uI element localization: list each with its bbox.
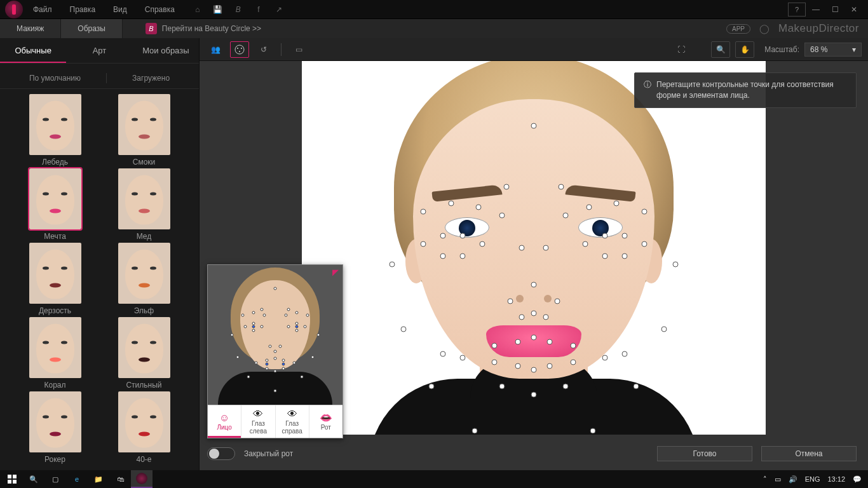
control-point[interactable]	[492, 359, 498, 365]
people-icon[interactable]: 👥	[206, 41, 225, 58]
control-point[interactable]	[515, 363, 521, 369]
facebook-icon[interactable]: f	[254, 5, 264, 14]
control-point[interactable]	[621, 351, 627, 356]
fullscreen-icon[interactable]: ⛶	[672, 41, 691, 58]
control-point[interactable]	[460, 355, 466, 361]
control-point[interactable]	[546, 339, 552, 344]
sidetab-art[interactable]: Арт	[66, 38, 132, 63]
minitab-left-eye[interactable]: 👁 Глаз слева	[241, 405, 275, 438]
minitab-face[interactable]: ☺ Лицо	[208, 405, 241, 438]
control-point[interactable]	[492, 343, 498, 349]
volume-icon[interactable]: 🔊	[789, 475, 797, 484]
control-point[interactable]	[460, 254, 466, 259]
subtab-default[interactable]: По умолчанию	[29, 74, 81, 83]
pan-icon[interactable]: ✋	[735, 41, 754, 58]
control-point[interactable]	[641, 241, 647, 247]
tab-looks[interactable]: Образы	[61, 19, 123, 38]
control-point[interactable]	[460, 233, 466, 239]
menu-help[interactable]: Справка	[145, 5, 175, 14]
search-icon[interactable]: 🔍	[23, 470, 44, 488]
control-point[interactable]	[641, 208, 647, 214]
control-point[interactable]	[472, 428, 478, 434]
control-point[interactable]	[634, 384, 639, 390]
control-point[interactable]	[531, 310, 537, 316]
preset-Мед[interactable]: Мед	[112, 168, 176, 241]
help-button[interactable]: ?	[788, 3, 806, 17]
viewport[interactable]: ⓘ Перетащите контрольные точки для соотв…	[200, 61, 868, 470]
tab-makeup[interactable]: Макияж	[0, 19, 61, 38]
control-point[interactable]	[546, 363, 552, 369]
control-point[interactable]	[421, 241, 426, 247]
minimize-button[interactable]: —	[807, 3, 825, 17]
control-point[interactable]	[440, 351, 446, 356]
control-point[interactable]	[602, 254, 607, 259]
minitab-right-eye[interactable]: 👁 Глаз справа	[276, 405, 309, 438]
control-point[interactable]	[389, 262, 395, 268]
face-points-icon[interactable]	[230, 41, 249, 58]
control-point[interactable]	[421, 208, 426, 214]
app-chip[interactable]: APP	[726, 24, 750, 34]
zoom-select[interactable]: 68 % ▾	[804, 43, 862, 57]
sidetab-mine[interactable]: Мои образы	[133, 38, 199, 63]
control-point[interactable]	[586, 205, 592, 210]
control-point[interactable]	[507, 298, 513, 304]
control-point[interactable]	[499, 384, 505, 390]
beauty-icon[interactable]: B	[233, 5, 243, 14]
control-point[interactable]	[428, 384, 434, 390]
language-indicator[interactable]: ENG	[805, 475, 820, 483]
sidetab-common[interactable]: Обычные	[0, 38, 66, 63]
save-icon[interactable]: 💾	[213, 5, 223, 14]
control-point[interactable]	[499, 213, 505, 219]
control-point[interactable]	[621, 254, 627, 259]
cancel-button[interactable]: Отмена	[761, 446, 857, 461]
control-point[interactable]	[571, 359, 576, 365]
notification-icon[interactable]: ◯	[759, 24, 770, 34]
history-icon[interactable]: ↺	[254, 41, 273, 58]
closed-mouth-toggle[interactable]	[207, 447, 235, 460]
control-point[interactable]	[480, 241, 485, 247]
preset-Рокер[interactable]: Рокер	[24, 391, 87, 464]
control-point[interactable]	[543, 315, 548, 320]
compare-icon[interactable]: ▭	[289, 41, 308, 58]
control-point[interactable]	[582, 241, 588, 247]
menu-edit[interactable]: Правка	[70, 5, 96, 14]
preset-Эльф[interactable]: Эльф	[112, 243, 176, 315]
preset-Стильный[interactable]: Стильный	[112, 317, 176, 390]
control-point[interactable]	[440, 254, 446, 259]
menu-view[interactable]: Вид	[113, 5, 127, 14]
control-point[interactable]	[476, 205, 482, 210]
preset-Корал[interactable]: Корал	[24, 317, 87, 390]
control-point[interactable]	[503, 184, 509, 190]
maximize-button[interactable]: ☐	[826, 3, 844, 17]
control-point[interactable]	[401, 327, 407, 332]
beauty-circle-link[interactable]: B Перейти на Beauty Circle >>	[146, 23, 261, 34]
control-point[interactable]	[543, 245, 548, 251]
control-point[interactable]	[531, 123, 537, 129]
preset-40-е[interactable]: 40-е	[112, 391, 176, 464]
control-point[interactable]	[519, 245, 525, 251]
control-point[interactable]	[621, 233, 627, 239]
control-point[interactable]	[519, 315, 525, 320]
close-button[interactable]: ✕	[845, 3, 863, 17]
clock[interactable]: 13:12	[827, 475, 845, 483]
task-view-icon[interactable]: ▢	[44, 470, 66, 488]
control-point[interactable]	[555, 298, 560, 304]
control-point[interactable]	[448, 201, 454, 207]
zoom-icon[interactable]: 🔍	[711, 41, 730, 58]
control-point[interactable]	[531, 391, 537, 397]
start-button[interactable]	[1, 470, 23, 488]
control-point[interactable]	[440, 233, 446, 239]
control-point[interactable]	[515, 339, 521, 344]
battery-icon[interactable]: ▭	[775, 475, 781, 484]
tray-chevron-icon[interactable]: ˄	[763, 475, 767, 484]
preset-Лебедь[interactable]: Лебедь	[24, 94, 87, 166]
menu-file[interactable]: Файл	[33, 5, 52, 14]
control-point[interactable]	[602, 233, 607, 239]
mini-preview[interactable]: ◤	[208, 265, 342, 405]
control-point[interactable]	[562, 213, 568, 219]
control-point[interactable]	[614, 201, 620, 207]
explorer-icon[interactable]: 📁	[88, 470, 109, 488]
control-point[interactable]	[673, 262, 679, 268]
collapse-icon[interactable]: ◤	[332, 268, 339, 277]
control-point[interactable]	[571, 343, 576, 349]
